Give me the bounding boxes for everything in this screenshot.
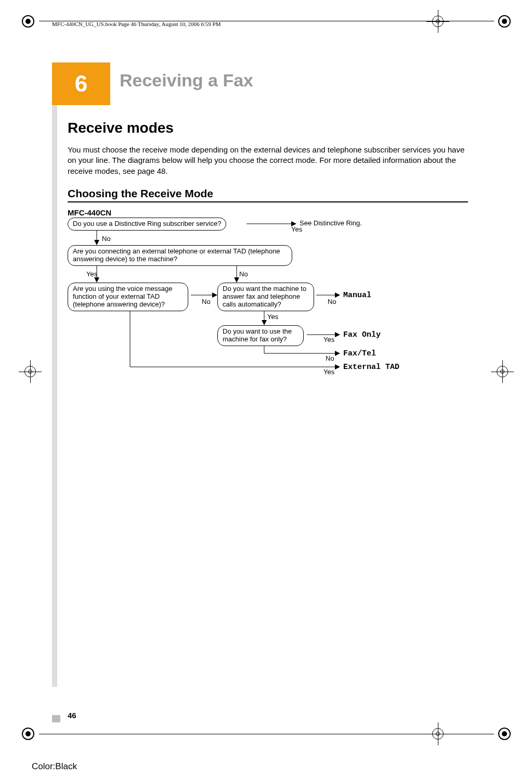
flow-node-q5: Do you want to use the machine for fax o… [217,325,304,346]
flow-label-no: No [102,235,111,243]
flow-node-q3: Are you using the voice message function… [68,283,188,311]
pdf-header-line: MFC-440CN_UG_US.book Page 46 Thursday, A… [52,21,221,27]
flow-node-q4: Do you want the machine to answer fax an… [217,283,314,311]
page-number-tab [52,715,60,722]
flow-result-faxtel: Fax/Tel [343,349,376,358]
flow-label-no: No [326,354,334,362]
flow-label-yes: Yes [323,368,334,376]
crop-registration [426,10,449,33]
crop-line [39,734,494,734]
side-tab [52,62,57,687]
flow-result-faxonly: Fax Only [343,330,381,339]
flow-label-yes: Yes [86,270,97,278]
flow-label-yes: Yes [323,336,334,343]
section-body: You must choose the receive mode dependi… [68,145,468,176]
chapter-number-box: 6 [52,62,110,105]
subsection-heading: Choosing the Receive Mode [68,187,468,202]
flow-result-distinctive: See Distinctive Ring. [300,219,362,227]
crop-bullseye [497,14,512,29]
flow-node-q1: Do you use a Distinctive Ring subscriber… [68,218,226,231]
flow-label-no: No [202,298,211,305]
crop-registration [491,360,514,383]
flowchart: Do you use a Distinctive Ring subscriber… [68,216,478,388]
flow-label-no: No [239,270,248,278]
crop-registration [19,360,42,383]
page: MFC-440CN_UG_US.book Page 46 Thursday, A… [0,0,532,777]
flow-label-yes: Yes [267,313,278,321]
crop-bullseye [21,14,35,29]
flow-label-no: No [328,298,336,305]
chapter-title: Receiving a Fax [120,70,253,91]
crop-bullseye [497,727,512,741]
section-heading: Receive modes [68,120,174,136]
crop-bullseye [21,727,35,741]
flow-result-manual: Manual [343,291,371,300]
crop-line [39,21,494,21]
page-number: 46 [68,711,76,720]
flow-result-external-tad: External TAD [343,363,399,372]
flow-node-q2: Are you connecting an external telephone… [68,245,292,266]
color-separation-label: Color:Black [32,761,77,772]
